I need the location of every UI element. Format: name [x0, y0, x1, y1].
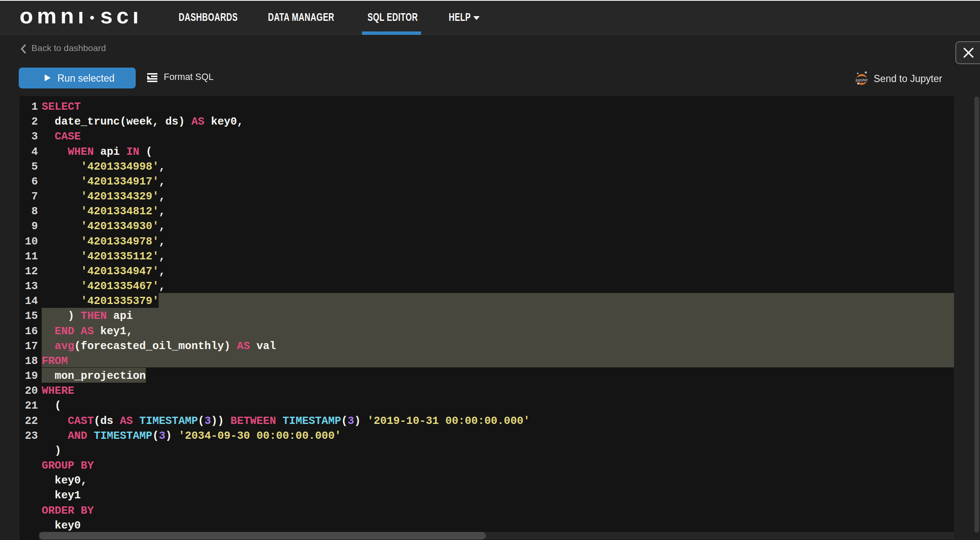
svg-text:jupyter: jupyter — [855, 77, 868, 82]
